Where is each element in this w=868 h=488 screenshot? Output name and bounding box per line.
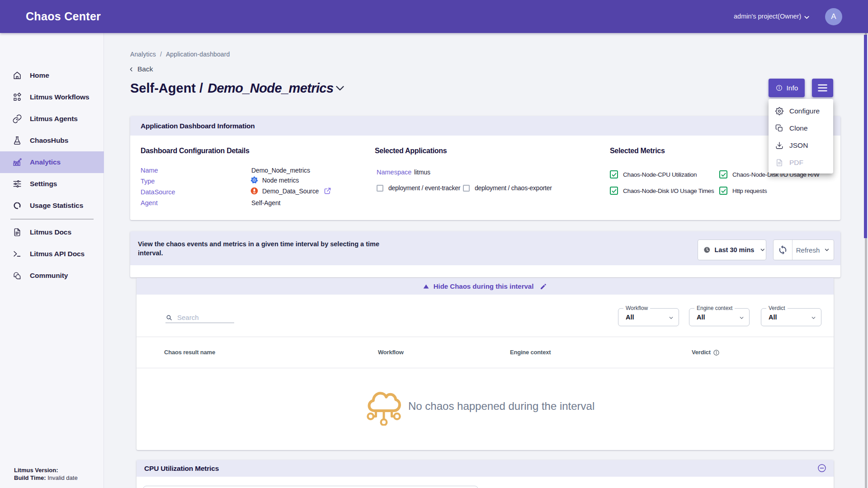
chevron-left-icon: [128, 66, 134, 72]
litmus-version-label: Litmus Version:: [14, 467, 58, 474]
column-workflow: Workflow: [378, 349, 404, 356]
empty-state-message: No chaos happened during the interval: [408, 400, 594, 413]
chevron-down-icon[interactable]: [803, 14, 811, 21]
search-input[interactable]: [177, 314, 231, 321]
flask-icon: [12, 136, 22, 145]
page: Chaos Center admin's project(Owner) A Ho…: [0, 0, 868, 488]
config-details-heading: Dashboard Configuration Details: [141, 147, 250, 155]
back-button[interactable]: Back: [128, 65, 153, 74]
application-dashboard-information-panel: Application Dashboard Information Dashbo…: [130, 116, 840, 220]
document-icon: [12, 227, 22, 237]
chat-bubbles-icon: [12, 271, 22, 281]
cpu-utilization-section: CPU Utilization Metrics: [137, 460, 834, 488]
checkbox-checked[interactable]: [610, 170, 618, 178]
column-engine-context: Engine context: [510, 349, 551, 356]
page-title-dashboard: Demo_Node_metrics: [208, 81, 333, 96]
table-header-top-border: [137, 337, 834, 337]
build-time-label: Build Time:: [14, 474, 46, 481]
cpu-chart-container: [143, 486, 478, 488]
refresh-now-button[interactable]: [774, 240, 793, 260]
sidebar-item-analytics[interactable]: Analytics: [0, 151, 104, 173]
external-link-icon[interactable]: [324, 187, 331, 195]
metric-option: Chaos-Node-CPU Utilization: [610, 170, 697, 178]
avatar[interactable]: A: [825, 8, 842, 25]
name-value: Demo_Node_metrics: [251, 167, 310, 174]
checkbox-unchecked[interactable]: [463, 185, 470, 192]
refresh-button-group: Refresh: [773, 239, 834, 260]
application-option: deployment / event-tracker: [377, 184, 460, 192]
chevron-down-icon: [760, 247, 766, 253]
selected-metrics-heading: Selected Metrics: [610, 147, 665, 155]
datasource-value-row: Demo_Data_Source: [250, 187, 331, 195]
metric-option: Http requests: [719, 187, 767, 195]
page-title-agent: Self-Agent /: [130, 81, 203, 96]
agent-value: Self-Agent: [251, 199, 280, 206]
sidebar-item-usage-statistics[interactable]: Usage Statistics: [0, 195, 104, 216]
collapse-minus-icon[interactable]: [817, 464, 826, 473]
menu-item-pdf: PDF: [769, 154, 833, 171]
engine-context-filter[interactable]: Engine context All: [689, 308, 750, 326]
chevron-down-icon: [739, 315, 745, 321]
column-verdict: Verdict: [692, 349, 711, 356]
checkbox-checked[interactable]: [719, 187, 727, 195]
search-icon: [165, 314, 173, 321]
checkbox-checked[interactable]: [719, 170, 727, 178]
clock-icon: [703, 246, 711, 253]
breadcrumb-application-dashboard[interactable]: Application-dashboard: [166, 51, 230, 58]
chaos-interval-section: Hide Chaos during this interval Workflow…: [137, 278, 834, 450]
sidebar: Home Litmus Workflows Litmus Agents Chao…: [0, 33, 104, 488]
checkbox-checked[interactable]: [610, 187, 618, 195]
info-panel-header: Application Dashboard Information: [130, 116, 840, 136]
type-value: Node metrics: [262, 177, 299, 184]
sidebar-item-litmus-agents[interactable]: Litmus Agents: [0, 108, 104, 130]
menu-item-clone[interactable]: Clone: [769, 120, 833, 137]
menu-item-json[interactable]: JSON: [769, 137, 833, 154]
scrollbar-thumb[interactable]: [864, 35, 867, 238]
hide-chaos-toggle[interactable]: Hide Chaos during this interval: [137, 278, 834, 295]
sidebar-item-settings[interactable]: Settings: [0, 173, 104, 195]
link-icon: [12, 114, 22, 124]
app-title: Chaos Center: [26, 10, 101, 23]
caret-up-icon: [423, 284, 429, 289]
time-range-button[interactable]: Last 30 mins: [698, 239, 766, 260]
sidebar-item-home[interactable]: Home: [0, 65, 104, 86]
refresh-dropdown-button[interactable]: Refresh: [793, 240, 834, 260]
file-icon: [775, 159, 783, 167]
sidebar-item-litmus-api-docs[interactable]: Litmus API Docs: [0, 243, 104, 265]
pencil-icon[interactable]: [540, 283, 547, 290]
info-button[interactable]: Info: [769, 79, 805, 97]
verdict-filter[interactable]: Verdict All: [761, 308, 821, 326]
chevron-down-icon: [811, 315, 816, 321]
prometheus-icon: [250, 187, 258, 195]
info-circle-icon: [775, 84, 783, 92]
column-chaos-result-name: Chaos result name: [164, 349, 215, 356]
sidebar-item-community[interactable]: Community: [0, 265, 104, 286]
workflow-filter[interactable]: Workflow All: [618, 308, 679, 326]
page-title: Self-Agent / Demo_Node_metrics: [130, 81, 333, 100]
sidebar-item-litmus-docs[interactable]: Litmus Docs: [0, 221, 104, 243]
datasource-label: DataSource: [141, 188, 175, 196]
menu-item-configure[interactable]: Configure: [769, 103, 833, 120]
chevron-down-icon: [668, 315, 674, 321]
gear-icon: [775, 107, 783, 115]
namespace-value: litmus: [414, 169, 430, 176]
cloud-circuit-icon: [367, 390, 401, 426]
namespace-label: Namespace: [377, 169, 411, 176]
project-selector[interactable]: admin's project(Owner): [734, 13, 801, 20]
dashboard-menu-button[interactable]: [812, 79, 833, 97]
table-header-bottom-border: [137, 368, 834, 368]
sidebar-item-chaoshubs[interactable]: ChaosHubs: [0, 130, 104, 151]
type-label: Type: [141, 178, 155, 185]
sliders-icon: [12, 179, 22, 189]
usage-statistics-icon: [12, 201, 22, 211]
build-time-value: Invalid date: [47, 474, 78, 481]
breadcrumb-analytics[interactable]: Analytics: [130, 51, 156, 58]
dashboard-menu-popup: Configure Clone JSON PDF: [769, 99, 833, 174]
time-interval-panel: View the chaos events and metrics in a g…: [130, 231, 840, 277]
dashboard-switch-caret-icon[interactable]: [335, 85, 345, 92]
sidebar-item-litmus-workflows[interactable]: Litmus Workflows: [0, 86, 104, 108]
chevron-down-icon: [824, 247, 830, 253]
clone-icon: [775, 124, 783, 132]
checkbox-unchecked[interactable]: [377, 185, 383, 192]
verdict-info-icon[interactable]: [713, 349, 720, 356]
